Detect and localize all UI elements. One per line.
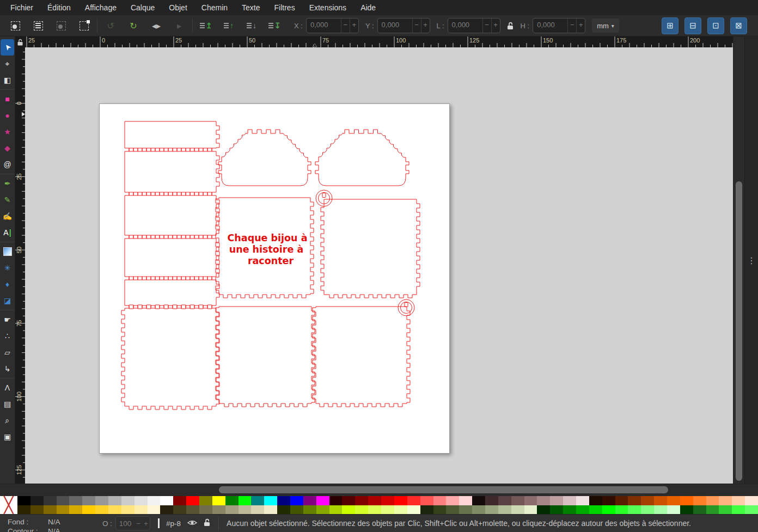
width-field-value[interactable]: 0,000 [448, 19, 482, 33]
palette-swatch[interactable] [290, 505, 303, 515]
palette-swatch[interactable] [628, 505, 641, 515]
palette-swatch[interactable] [368, 505, 381, 515]
layer-name[interactable]: #p-8 [166, 519, 181, 528]
y-increment-button[interactable]: + [421, 19, 430, 33]
palette-swatch[interactable] [30, 505, 44, 515]
pages-tool[interactable]: ▣ [1, 429, 14, 445]
palette-swatch[interactable] [420, 505, 433, 515]
palette-swatch[interactable] [212, 496, 225, 505]
palette-swatch[interactable] [82, 505, 95, 515]
menu-fichier[interactable]: Fichier [3, 0, 40, 15]
palette-swatch[interactable] [135, 496, 148, 505]
palette-swatch[interactable] [433, 496, 447, 505]
palette-swatch[interactable] [199, 496, 212, 505]
height-field-value[interactable]: 0,000 [533, 19, 567, 33]
palette-swatch[interactable] [212, 505, 225, 515]
menu-texte[interactable]: Texte [235, 0, 267, 15]
palette-swatch[interactable] [550, 505, 563, 515]
palette-swatch[interactable] [199, 505, 212, 515]
palette-swatch[interactable] [135, 505, 148, 515]
engraved-text-line-1[interactable]: Chaque bijou à [228, 233, 308, 243]
palette-swatch[interactable] [239, 496, 252, 505]
palette-swatch[interactable] [693, 505, 706, 515]
palette-swatch[interactable] [290, 496, 303, 505]
y-field[interactable]: 0,000 − + [377, 18, 430, 33]
palette-swatch[interactable] [381, 496, 394, 505]
palette-swatch[interactable] [44, 505, 57, 515]
palette-swatch[interactable] [615, 505, 628, 515]
canvas[interactable]: Chaque bijou àune histoire àraconter [25, 47, 733, 484]
box-side-panel-3[interactable] [125, 192, 219, 239]
palette-swatch[interactable] [472, 496, 485, 505]
layer-lock-icon[interactable] [204, 518, 211, 528]
horizontal-scrollbar[interactable] [0, 484, 758, 496]
selection-frame-icon[interactable] [77, 19, 90, 32]
palette-swatch[interactable] [160, 496, 173, 505]
palette-swatch[interactable] [225, 496, 239, 505]
raise-to-top-icon[interactable]: ↥ [199, 19, 212, 32]
palette-swatch[interactable] [485, 505, 498, 515]
palette-swatch[interactable] [680, 496, 693, 505]
palette-swatch[interactable] [524, 505, 537, 515]
engraved-text-line-2[interactable]: une histoire à [229, 244, 304, 255]
ruler-lock-icon[interactable] [15, 36, 25, 47]
menu-edition[interactable]: Édition [40, 0, 78, 15]
palette-swatch[interactable] [563, 505, 576, 515]
box-side-panel-1[interactable] [125, 121, 219, 151]
palette-swatch[interactable] [342, 496, 355, 505]
gradient-tool[interactable] [1, 243, 14, 260]
palette-swatch[interactable] [615, 496, 628, 505]
palette-swatch[interactable] [667, 505, 680, 515]
palette-swatch[interactable] [667, 496, 680, 505]
x-decrement-button[interactable]: − [341, 19, 350, 33]
palette-swatch[interactable] [706, 505, 719, 515]
lower-icon[interactable]: ↓ [245, 19, 258, 32]
snap-alignment-toggle[interactable]: ⊠ [730, 17, 747, 34]
palette-swatch[interactable] [44, 496, 57, 505]
snap-bbox-toggle[interactable]: ⊟ [684, 17, 701, 34]
measure-tool[interactable]: Λ [1, 380, 14, 396]
horizontal-scrollbar-thumb[interactable] [219, 486, 668, 493]
vertical-scrollbar[interactable] [733, 36, 744, 484]
bottom-middle-panel[interactable] [216, 307, 315, 407]
palette-swatch[interactable] [316, 496, 329, 505]
ellipse-tool[interactable]: ● [1, 107, 14, 124]
palette-swatch[interactable] [550, 496, 563, 505]
palette-swatch[interactable] [732, 505, 745, 515]
palette-swatch[interactable] [69, 496, 82, 505]
palette-swatch[interactable] [303, 496, 316, 505]
palette-swatch[interactable] [95, 496, 108, 505]
lid-arch-left[interactable] [218, 130, 311, 186]
select-all-layers-icon[interactable] [32, 19, 45, 32]
palette-swatch[interactable] [186, 505, 199, 515]
pen-tool[interactable]: ✒ [1, 175, 14, 192]
palette-swatch[interactable] [342, 505, 355, 515]
palette-swatch[interactable] [264, 496, 277, 505]
mesh-gradient-tool[interactable]: ✳ [1, 260, 14, 276]
palette-swatch[interactable] [498, 505, 511, 515]
dock-grip-icon[interactable]: ⋮ [747, 255, 756, 265]
palette-swatch[interactable] [381, 505, 394, 515]
hanger-ring-bottom[interactable] [401, 302, 412, 314]
box-side-panel-2[interactable] [125, 148, 219, 195]
calligraphy-tool[interactable]: ✍ [1, 208, 14, 224]
layer-visibility-eye-icon[interactable] [187, 519, 197, 528]
box3d-tool[interactable]: ◆ [1, 140, 14, 156]
horizontal-ruler[interactable]: 250255075100125150175200 [25, 36, 733, 47]
engraved-text-line-3[interactable]: raconter [248, 255, 294, 266]
box-base-panel[interactable] [121, 305, 219, 409]
palette-swatch[interactable] [277, 505, 290, 515]
menu-chemin[interactable]: Chemin [194, 0, 235, 15]
palette-swatch[interactable] [148, 496, 161, 505]
palette-swatch[interactable] [576, 505, 589, 515]
eraser-tool[interactable]: ▱ [1, 344, 14, 360]
selector-tool[interactable]: ➤ [1, 39, 14, 56]
y-field-value[interactable]: 0,000 [378, 19, 412, 33]
box-side-panel-4[interactable] [125, 235, 219, 280]
opacity-increment-button[interactable]: + [142, 519, 150, 528]
x-increment-button[interactable]: + [350, 19, 358, 33]
palette-swatch[interactable] [719, 505, 732, 515]
palette-swatch[interactable] [69, 505, 82, 515]
palette-swatch[interactable] [511, 496, 524, 505]
palette-swatch[interactable] [355, 496, 368, 505]
